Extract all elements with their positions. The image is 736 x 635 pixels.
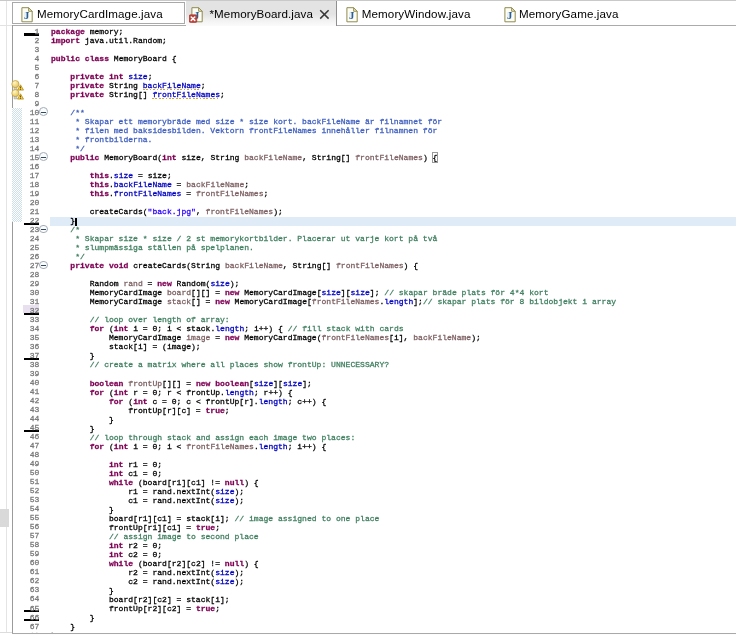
svg-text:J: J (349, 10, 354, 21)
svg-text:J: J (507, 10, 512, 21)
svg-text:J: J (24, 9, 29, 20)
